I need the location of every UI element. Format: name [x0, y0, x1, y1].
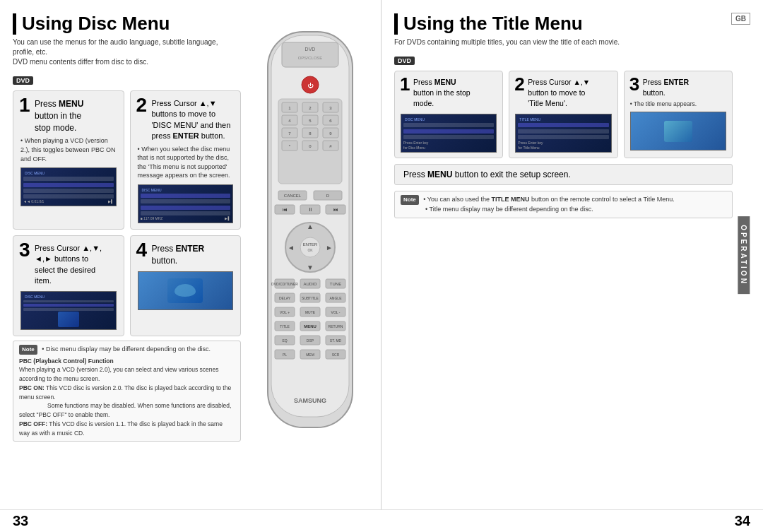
title-screen-1-bar2	[403, 129, 494, 134]
step-3-screen-inner: DISC MENU	[21, 292, 116, 329]
right-inner: GB Using the Title Menu For DVDs contain…	[394, 13, 733, 218]
left-title: Using Disc Menu	[13, 13, 241, 35]
screen-3-header: DISC MENU	[23, 294, 114, 300]
screen-2-bar1	[141, 194, 231, 198]
note-text-left: • Disc menu display may be different dep…	[42, 345, 211, 353]
title-step-3-screen	[630, 112, 726, 150]
right-subtitle: For DVDs containing multiple titles, you…	[394, 37, 733, 47]
svg-text:▲: ▲	[307, 223, 314, 230]
title-steps: 1 Press MENU button in the stopmode. DIS…	[394, 71, 733, 158]
screen-1-header: DISC MENU	[23, 170, 114, 176]
svg-text:SUBTITLE: SUBTITLE	[302, 296, 319, 300]
press-menu-banner: Press MENU button to exit the setup scre…	[394, 164, 733, 185]
screen-1-status: ◄◄ 0:01:0/1 ▶▌	[23, 199, 114, 203]
screen-1-status-left: ◄◄ 0:01:0/1	[23, 199, 44, 203]
screen-3-bar2	[23, 304, 114, 307]
note-box-left: Note • Disc menu display may be differen…	[13, 341, 241, 442]
step-3-text: Press Cursor ▲,▼,◄,► buttons toselect th…	[20, 242, 117, 287]
svg-text:AUDIO: AUDIO	[303, 282, 317, 286]
step-3-box: 3 Press Cursor ▲,▼,◄,► buttons toselect …	[13, 235, 124, 336]
title-screen-1-header: DISC MENU	[403, 117, 494, 122]
screen-2-status-right: ▶▌	[225, 216, 230, 220]
left-subtitle: You can use the menus for the audio lang…	[13, 37, 241, 67]
left-section: Using Disc Menu You can use the menus fo…	[0, 0, 382, 509]
step-1-note: • When playing a VCD (version 2.), this …	[20, 136, 117, 163]
title-step-3-num: 3	[629, 75, 639, 93]
note-line1-post: button on the remote control to select a…	[530, 196, 675, 203]
title-screen-2-status-l: Press Enter key	[518, 141, 543, 145]
title-step-1-pre: Press	[413, 78, 434, 86]
title-step-2-box: 2 Press Cursor ▲,▼button to move to'Titl…	[509, 71, 617, 158]
pbc-line1: When playing a VCD (version 2.0), you ca…	[19, 366, 219, 382]
title-screen-1-status-l: Press Enter key	[403, 141, 428, 145]
svg-text:RETURN: RETURN	[329, 324, 343, 329]
step-4-screen-inner	[138, 272, 233, 309]
right-section: GB Using the Title Menu For DVDs contain…	[382, 0, 763, 509]
svg-text:OPS/CLOSE: OPS/CLOSE	[298, 56, 323, 60]
svg-text:MENU: MENU	[304, 324, 317, 329]
step-1-text: Press MENU button in thestop mode.	[20, 97, 117, 134]
step-4-dolphin-shape	[175, 284, 196, 297]
step-2-note: • When you select the disc menu that is …	[138, 145, 234, 180]
step-3-number: 3	[19, 240, 30, 260]
svg-text:EQ: EQ	[282, 338, 287, 343]
note-right-line1: • You can also used the TITLE MENU butto…	[423, 196, 674, 203]
title-screen-1-status2-l: for Disc Menu	[403, 146, 425, 150]
svg-text:◄: ◄	[288, 244, 295, 252]
step-4-number: 4	[136, 240, 148, 260]
svg-text:PL: PL	[283, 353, 287, 357]
title-step-3-text: Press ENTER button.	[630, 76, 726, 98]
svg-text:VOL -: VOL -	[331, 310, 341, 314]
svg-text:DVD/CD/TUNER: DVD/CD/TUNER	[271, 282, 298, 286]
title-step-3-dolphin	[664, 121, 692, 142]
svg-text:DSP: DSP	[307, 338, 314, 343]
screen-2-bar3	[141, 206, 231, 210]
title-step-3-screen-inner	[631, 112, 726, 150]
remote-svg: DVD OPS/CLOSE ⏻ 1 2 3 4 5 6	[250, 28, 370, 438]
screen-3-bar3	[23, 308, 114, 311]
title-step-1-num: 1	[400, 75, 410, 93]
title-screen-1-bar3	[403, 135, 494, 139]
title-step-2-screen-inner: TITLE MENU Press Enter key for Title Men…	[516, 114, 610, 152]
step-4-dolphin-placeholder	[167, 278, 203, 303]
screen-1-status-right: ▶▌	[108, 199, 114, 203]
step-2-text-content: Press Cursor ▲,▼buttons to move to'DISC …	[152, 99, 231, 140]
step-4-text-bold: ENTER	[176, 244, 205, 254]
screen-2-status-left: ■ 117:09 MHZ	[141, 216, 163, 220]
step-1-screen-inner: DISC MENU ◄◄ 0:01:0/1 ▶▌	[21, 168, 116, 206]
title-step-2-num: 2	[514, 75, 524, 93]
left-subtitle-line1: You can use the menus for the audio lang…	[13, 38, 218, 56]
note-line1-pre: • You can also used the	[423, 196, 491, 203]
svg-text:⏻: ⏻	[307, 83, 314, 89]
step-2-screen-inner: DISC MENU ■ 117:09 MHZ ▶▌	[138, 185, 233, 223]
title-screen-2-bar2	[518, 129, 608, 134]
pbc-off-label: PBC OFF:	[19, 420, 47, 427]
note-right-line2: • Title menu display may be different de…	[401, 206, 593, 213]
page-num-left: 33	[13, 513, 28, 529]
pbc-on-label: PBC ON:	[19, 384, 45, 391]
title-step-2-screen: TITLE MENU Press Enter key for Title Men…	[515, 114, 611, 153]
title-screen-1-bar1	[403, 123, 494, 127]
title-step-2-content: Press Cursor ▲,▼button to move to'Title …	[528, 78, 590, 107]
title-step-1-screen-inner: DISC MENU Press Enter key for Disc Menu	[401, 114, 496, 152]
note-line1-bold: TITLE MENU	[492, 196, 530, 203]
pbc-indent: Some functions may be disabled. When som…	[19, 402, 231, 418]
step-2-text: Press Cursor ▲,▼buttons to move to'DISC …	[138, 97, 234, 142]
title-step-1-bold: MENU	[434, 78, 456, 86]
screen-3-image-box	[58, 312, 79, 327]
title-step-3-image	[633, 114, 723, 148]
title-screen-2-status2: for Title Menu	[518, 146, 608, 150]
left-title-text: Using Disc Menu	[22, 13, 170, 35]
title-step-1-rest: button in the stopmode.	[413, 88, 471, 107]
svg-text:►: ►	[326, 244, 333, 252]
step-1-number: 1	[19, 95, 30, 115]
screen-2-bar2	[141, 199, 231, 203]
svg-point-43	[300, 237, 320, 257]
operation-sidebar: OPERATION	[738, 216, 750, 294]
screen-3-image	[23, 312, 114, 327]
steps-row-3-4: 3 Press Cursor ▲,▼,◄,► buttons toselect …	[13, 235, 241, 336]
svg-text:MUTE: MUTE	[305, 310, 316, 314]
step-1-text-bold: MENU	[59, 99, 83, 109]
title-step-3-bold: ENTER	[663, 78, 689, 86]
page-numbers-bar: 33 34	[0, 509, 763, 532]
